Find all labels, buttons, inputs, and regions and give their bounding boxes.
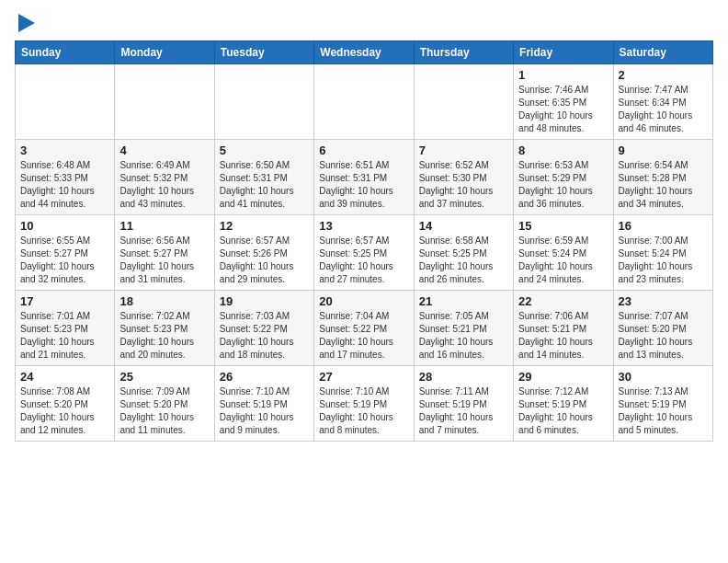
day-info: Sunrise: 6:57 AM Sunset: 5:25 PM Dayligh… — [319, 235, 408, 286]
day-info: Sunrise: 7:08 AM Sunset: 5:20 PM Dayligh… — [20, 385, 109, 437]
day-info: Sunrise: 7:00 AM Sunset: 5:24 PM Dayligh… — [619, 235, 708, 286]
day-info: Sunrise: 6:58 AM Sunset: 5:25 PM Dayligh… — [419, 235, 508, 286]
day-number: 2 — [619, 68, 708, 82]
logo-triangle-icon — [18, 14, 35, 32]
day-info: Sunrise: 6:48 AM Sunset: 5:33 PM Dayligh… — [20, 159, 109, 211]
day-number: 28 — [419, 370, 508, 384]
calendar-cell: 13Sunrise: 6:57 AM Sunset: 5:25 PM Dayli… — [314, 215, 414, 291]
day-info: Sunrise: 7:12 AM Sunset: 5:19 PM Dayligh… — [518, 385, 608, 437]
day-info: Sunrise: 6:59 AM Sunset: 5:24 PM Dayligh… — [518, 235, 608, 286]
calendar-cell — [16, 64, 115, 140]
calendar-cell: 11Sunrise: 6:56 AM Sunset: 5:27 PM Dayli… — [115, 215, 214, 291]
calendar-cell: 4Sunrise: 6:49 AM Sunset: 5:32 PM Daylig… — [115, 140, 214, 215]
day-number: 25 — [119, 370, 209, 384]
day-header-sunday: Sunday — [16, 41, 115, 64]
day-number: 24 — [20, 370, 109, 384]
calendar-table: SundayMondayTuesdayWednesdayThursdayFrid… — [15, 40, 713, 442]
day-number: 4 — [119, 144, 209, 157]
day-header-friday: Friday — [514, 41, 613, 64]
day-number: 30 — [619, 370, 708, 384]
day-number: 16 — [619, 219, 708, 233]
calendar-cell: 2Sunrise: 7:47 AM Sunset: 6:34 PM Daylig… — [613, 64, 712, 140]
day-info: Sunrise: 7:02 AM Sunset: 5:23 PM Dayligh… — [119, 310, 209, 362]
day-info: Sunrise: 6:55 AM Sunset: 5:27 PM Dayligh… — [20, 235, 109, 286]
day-number: 19 — [220, 294, 309, 308]
day-number: 12 — [220, 219, 309, 233]
calendar-cell: 28Sunrise: 7:11 AM Sunset: 5:19 PM Dayli… — [414, 366, 513, 442]
day-number: 8 — [518, 144, 608, 157]
day-number: 14 — [419, 219, 508, 233]
day-number: 15 — [518, 219, 608, 233]
day-number: 18 — [119, 294, 209, 308]
calendar-cell — [214, 64, 313, 140]
calendar-cell: 9Sunrise: 6:54 AM Sunset: 5:28 PM Daylig… — [613, 140, 712, 215]
day-info: Sunrise: 7:46 AM Sunset: 6:35 PM Dayligh… — [518, 84, 608, 135]
day-info: Sunrise: 7:11 AM Sunset: 5:19 PM Dayligh… — [419, 385, 508, 437]
calendar-cell — [314, 64, 414, 140]
day-info: Sunrise: 7:10 AM Sunset: 5:19 PM Dayligh… — [220, 385, 309, 437]
calendar-cell: 18Sunrise: 7:02 AM Sunset: 5:23 PM Dayli… — [115, 291, 214, 366]
week-row-5: 24Sunrise: 7:08 AM Sunset: 5:20 PM Dayli… — [16, 366, 713, 442]
header-row: SundayMondayTuesdayWednesdayThursdayFrid… — [16, 41, 713, 64]
day-number: 26 — [220, 370, 309, 384]
day-info: Sunrise: 6:56 AM Sunset: 5:27 PM Dayligh… — [119, 235, 209, 286]
day-header-tuesday: Tuesday — [214, 41, 313, 64]
day-info: Sunrise: 7:03 AM Sunset: 5:22 PM Dayligh… — [220, 310, 309, 362]
calendar-cell: 8Sunrise: 6:53 AM Sunset: 5:29 PM Daylig… — [514, 140, 613, 215]
day-info: Sunrise: 7:04 AM Sunset: 5:22 PM Dayligh… — [319, 310, 408, 362]
day-number: 17 — [20, 294, 109, 308]
calendar-cell: 26Sunrise: 7:10 AM Sunset: 5:19 PM Dayli… — [214, 366, 313, 442]
week-row-3: 10Sunrise: 6:55 AM Sunset: 5:27 PM Dayli… — [16, 215, 713, 291]
day-number: 3 — [20, 144, 109, 157]
calendar-cell: 23Sunrise: 7:07 AM Sunset: 5:20 PM Dayli… — [613, 291, 712, 366]
day-info: Sunrise: 6:57 AM Sunset: 5:26 PM Dayligh… — [220, 235, 309, 286]
day-number: 29 — [518, 370, 608, 384]
day-header-saturday: Saturday — [613, 41, 712, 64]
day-number: 11 — [119, 219, 209, 233]
calendar-body: 1Sunrise: 7:46 AM Sunset: 6:35 PM Daylig… — [16, 64, 713, 442]
logo — [15, 15, 36, 31]
day-info: Sunrise: 7:01 AM Sunset: 5:23 PM Dayligh… — [20, 310, 109, 362]
day-info: Sunrise: 7:13 AM Sunset: 5:19 PM Dayligh… — [619, 385, 708, 437]
day-info: Sunrise: 7:09 AM Sunset: 5:20 PM Dayligh… — [119, 385, 209, 437]
day-number: 6 — [319, 144, 408, 157]
day-header-monday: Monday — [115, 41, 214, 64]
page-header — [15, 15, 713, 31]
day-info: Sunrise: 6:52 AM Sunset: 5:30 PM Dayligh… — [419, 159, 508, 211]
day-info: Sunrise: 7:07 AM Sunset: 5:20 PM Dayligh… — [619, 310, 708, 362]
day-number: 23 — [619, 294, 708, 308]
week-row-4: 17Sunrise: 7:01 AM Sunset: 5:23 PM Dayli… — [16, 291, 713, 366]
day-number: 1 — [518, 68, 608, 82]
calendar-cell: 30Sunrise: 7:13 AM Sunset: 5:19 PM Dayli… — [613, 366, 712, 442]
calendar-cell: 22Sunrise: 7:06 AM Sunset: 5:21 PM Dayli… — [514, 291, 613, 366]
calendar-cell: 3Sunrise: 6:48 AM Sunset: 5:33 PM Daylig… — [16, 140, 115, 215]
day-number: 20 — [319, 294, 408, 308]
calendar-cell: 6Sunrise: 6:51 AM Sunset: 5:31 PM Daylig… — [314, 140, 414, 215]
calendar-cell — [414, 64, 513, 140]
day-info: Sunrise: 6:51 AM Sunset: 5:31 PM Dayligh… — [319, 159, 408, 211]
calendar-cell: 16Sunrise: 7:00 AM Sunset: 5:24 PM Dayli… — [613, 215, 712, 291]
day-info: Sunrise: 6:50 AM Sunset: 5:31 PM Dayligh… — [220, 159, 309, 211]
calendar-cell: 5Sunrise: 6:50 AM Sunset: 5:31 PM Daylig… — [214, 140, 313, 215]
day-info: Sunrise: 7:47 AM Sunset: 6:34 PM Dayligh… — [619, 84, 708, 135]
day-info: Sunrise: 6:54 AM Sunset: 5:28 PM Dayligh… — [619, 159, 708, 211]
day-info: Sunrise: 7:06 AM Sunset: 5:21 PM Dayligh… — [518, 310, 608, 362]
day-header-thursday: Thursday — [414, 41, 513, 64]
day-info: Sunrise: 7:05 AM Sunset: 5:21 PM Dayligh… — [419, 310, 508, 362]
calendar-cell: 27Sunrise: 7:10 AM Sunset: 5:19 PM Dayli… — [314, 366, 414, 442]
day-number: 27 — [319, 370, 408, 384]
calendar-cell: 1Sunrise: 7:46 AM Sunset: 6:35 PM Daylig… — [514, 64, 613, 140]
calendar-cell: 17Sunrise: 7:01 AM Sunset: 5:23 PM Dayli… — [16, 291, 115, 366]
calendar-cell: 29Sunrise: 7:12 AM Sunset: 5:19 PM Dayli… — [514, 366, 613, 442]
calendar-cell: 24Sunrise: 7:08 AM Sunset: 5:20 PM Dayli… — [16, 366, 115, 442]
day-number: 22 — [518, 294, 608, 308]
day-number: 21 — [419, 294, 508, 308]
week-row-2: 3Sunrise: 6:48 AM Sunset: 5:33 PM Daylig… — [16, 140, 713, 215]
calendar-cell: 14Sunrise: 6:58 AM Sunset: 5:25 PM Dayli… — [414, 215, 513, 291]
day-info: Sunrise: 6:53 AM Sunset: 5:29 PM Dayligh… — [518, 159, 608, 211]
calendar-header: SundayMondayTuesdayWednesdayThursdayFrid… — [16, 41, 713, 64]
day-number: 10 — [20, 219, 109, 233]
calendar-cell: 12Sunrise: 6:57 AM Sunset: 5:26 PM Dayli… — [214, 215, 313, 291]
day-header-wednesday: Wednesday — [314, 41, 414, 64]
day-info: Sunrise: 7:10 AM Sunset: 5:19 PM Dayligh… — [319, 385, 408, 437]
